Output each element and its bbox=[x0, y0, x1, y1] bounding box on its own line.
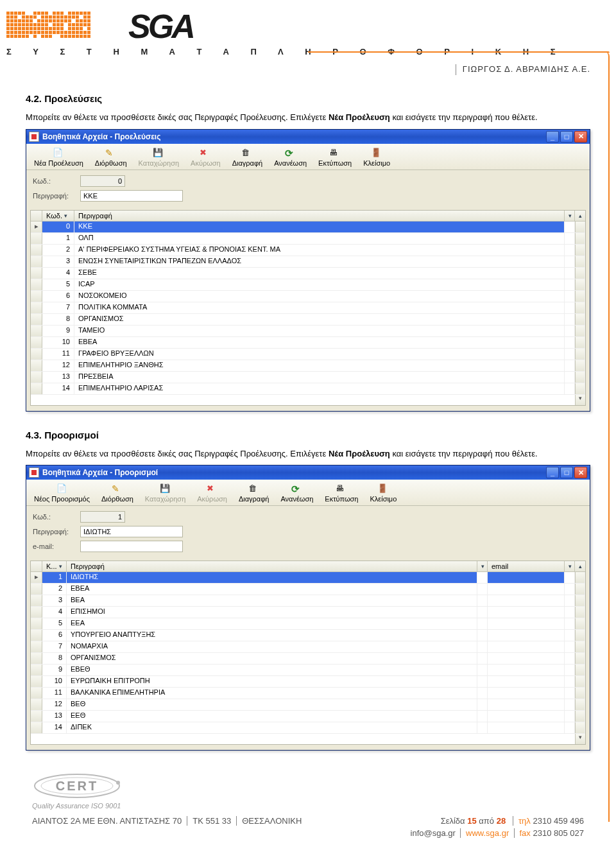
scrollbar-track[interactable] bbox=[575, 688, 585, 699]
scrollbar-track[interactable] bbox=[575, 268, 585, 279]
scrollbar-track[interactable] bbox=[575, 222, 585, 232]
table-row[interactable]: 5ΕΕΑ bbox=[31, 618, 585, 630]
scrollbar-track[interactable] bbox=[575, 722, 585, 733]
table-row[interactable]: 7ΠΟΛΙΤΙΚΑ ΚΟΜΜΑΤΑ bbox=[31, 302, 585, 314]
scrollbar-track[interactable] bbox=[575, 337, 585, 348]
scrollbar-track[interactable] bbox=[575, 383, 585, 394]
desc-input[interactable] bbox=[80, 526, 183, 537]
col-email-filter[interactable]: ▾ bbox=[565, 561, 575, 571]
cell-desc: ΒΕΘ bbox=[67, 699, 477, 710]
kod-input[interactable] bbox=[80, 511, 125, 523]
table-row[interactable]: 8ΟΡΓΑΝΙΣΜΟΣ bbox=[31, 314, 585, 326]
table-row[interactable]: 3ΕΝΩΣΗ ΣΥΝΕΤΑΙΡΙΣΤΙΚΩΝ ΤΡΑΠΕΖΩΝ ΕΛΛΑΔΟΣ bbox=[31, 256, 585, 268]
toolbar-ανανέωση[interactable]: Ανανέωση bbox=[277, 482, 317, 504]
data-grid[interactable]: Κ...▾ Περιγραφή ▾ email ▾ ▴ ▸1ΙΔΙΩΤΗΣ2ΕΒ… bbox=[30, 561, 586, 745]
minimize-button[interactable]: _ bbox=[546, 467, 559, 478]
table-row[interactable]: 9ΕΒΕΘ bbox=[31, 665, 585, 676]
scrollbar-track[interactable] bbox=[575, 699, 585, 710]
scrollbar-track[interactable] bbox=[575, 653, 585, 664]
table-row[interactable]: 10ΕΥΡΩΠΑΙΚΗ ΕΠΙΤΡΟΠΗ bbox=[31, 676, 585, 688]
col-kod[interactable]: Κ...▾ bbox=[42, 561, 67, 571]
table-row[interactable]: 12ΕΠΙΜΕΛΗΤΗΡΙΟ ΞΑΝΘΗΣ bbox=[31, 360, 585, 372]
scrollbar-track[interactable] bbox=[575, 665, 585, 675]
scrollbar-track[interactable] bbox=[575, 595, 585, 606]
toolbar-ανανέωση[interactable]: Ανανέωση bbox=[270, 146, 311, 168]
maximize-button[interactable]: □ bbox=[560, 131, 573, 143]
maximize-button[interactable]: □ bbox=[560, 467, 573, 478]
table-row[interactable]: 4ΕΠΙΣΗΜΟΙ bbox=[31, 607, 585, 618]
table-row[interactable]: 10ΕΒΕΑ bbox=[31, 337, 585, 349]
minimize-button[interactable]: _ bbox=[546, 131, 559, 143]
scroll-up[interactable]: ▴ bbox=[575, 561, 585, 571]
table-row[interactable]: 3ΒΕΑ bbox=[31, 595, 585, 607]
table-row[interactable]: 7ΝΟΜΑΡΧΙΑ bbox=[31, 641, 585, 653]
table-row[interactable]: ▸1ΙΔΙΩΤΗΣ bbox=[31, 572, 585, 584]
scrollbar-track[interactable] bbox=[575, 572, 585, 583]
data-grid[interactable]: Κωδ.▾ Περιγραφή ▾ ▴ ▸0ΚΚΕ1ΟΛΠ2Α' ΠΕΡΙΦΕΡ… bbox=[30, 210, 586, 406]
scrollbar-track[interactable] bbox=[575, 245, 585, 256]
titlebar[interactable]: Βοηθητικά Αρχεία - Προελεύσεις _ □ ✕ bbox=[26, 130, 590, 144]
toolbar-διόρθωση[interactable]: Διόρθωση bbox=[91, 146, 131, 168]
toolbar-εκτύπωση[interactable]: Εκτύπωση bbox=[314, 146, 355, 168]
close-button[interactable]: ✕ bbox=[574, 467, 587, 478]
scrollbar-track[interactable] bbox=[575, 584, 585, 595]
scrollbar-track[interactable] bbox=[575, 711, 585, 722]
col-desc[interactable]: Περιγραφή bbox=[74, 211, 565, 221]
scrollbar-track[interactable] bbox=[575, 349, 585, 360]
table-row[interactable]: 14ΔΙΠΕΚ bbox=[31, 722, 585, 734]
table-row[interactable]: 5ICAP bbox=[31, 279, 585, 291]
table-row[interactable]: 12ΒΕΘ bbox=[31, 699, 585, 711]
toolbar-νέος-προορισμός[interactable]: Νέος Προορισμός bbox=[30, 482, 94, 504]
scroll-down[interactable]: ▾ bbox=[575, 734, 585, 744]
titlebar[interactable]: Βοηθητικά Αρχεία - Προορισμοί _ □ ✕ bbox=[26, 465, 590, 480]
scrollbar-track[interactable] bbox=[575, 372, 585, 383]
table-row[interactable]: 6ΝΟΣΟΚΟΜΕΙΟ bbox=[31, 291, 585, 302]
footer-email: info@sga.gr bbox=[411, 828, 456, 838]
table-row[interactable]: 14ΕΠΙΜΕΛΗΤΗΡΙΟ ΛΑΡΙΣΑΣ bbox=[31, 383, 585, 395]
window-proeleuseis: Βοηθητικά Αρχεία - Προελεύσεις _ □ ✕ Νέα… bbox=[26, 129, 590, 412]
table-row[interactable]: 1ΟΛΠ bbox=[31, 233, 585, 245]
table-row[interactable]: 2Α' ΠΕΡΙΦΕΡΕΙΑΚΟ ΣΥΣΤΗΜΑ ΥΓΕΙΑΣ & ΠΡΟΝΟΙ… bbox=[31, 245, 585, 256]
toolbar-διαγραφή[interactable]: Διαγραφή bbox=[235, 482, 273, 504]
table-row[interactable]: 13ΠΡΕΣΒΕΙΑ bbox=[31, 372, 585, 383]
table-row[interactable]: 11ΒΑΛΚΑΝΙΚΑ ΕΠΙΜΕΛΗΤΗΡΙΑ bbox=[31, 688, 585, 699]
kod-input[interactable] bbox=[80, 175, 125, 187]
scrollbar-track[interactable] bbox=[575, 360, 585, 371]
col-desc[interactable]: Περιγραφή bbox=[67, 561, 477, 571]
scrollbar-track[interactable] bbox=[575, 326, 585, 336]
scrollbar-track[interactable] bbox=[575, 291, 585, 302]
toolbar-διόρθωση[interactable]: Διόρθωση bbox=[98, 482, 137, 504]
scrollbar-track[interactable] bbox=[575, 618, 585, 629]
toolbar-εκτύπωση[interactable]: Εκτύπωση bbox=[321, 482, 362, 504]
scroll-up[interactable]: ▴ bbox=[575, 211, 585, 221]
table-row[interactable]: ▸0ΚΚΕ bbox=[31, 222, 585, 233]
scrollbar-track[interactable] bbox=[575, 607, 585, 618]
toolbar-νέα-προέλευση[interactable]: Νέα Προέλευση bbox=[30, 146, 87, 168]
scrollbar-track[interactable] bbox=[575, 279, 585, 290]
table-row[interactable]: 11ΓΡΑΦΕΙΟ ΒΡΥΞΕΛΛΩΝ bbox=[31, 349, 585, 360]
col-email[interactable]: email bbox=[488, 561, 565, 571]
table-row[interactable]: 4ΣΕΒΕ bbox=[31, 268, 585, 279]
table-row[interactable]: 2ΕΒΕΑ bbox=[31, 584, 585, 595]
toolbar-διαγραφή[interactable]: Διαγραφή bbox=[228, 146, 267, 168]
scrollbar-track[interactable] bbox=[575, 314, 585, 325]
toolbar-κλείσιμο[interactable]: Κλείσιμο bbox=[359, 146, 394, 168]
col-desc-filter[interactable]: ▾ bbox=[477, 561, 488, 571]
scrollbar-track[interactable] bbox=[575, 676, 585, 687]
table-row[interactable]: 13ΕΕΘ bbox=[31, 711, 585, 722]
desc-input[interactable] bbox=[80, 190, 183, 202]
email-input[interactable] bbox=[80, 541, 183, 552]
scrollbar-track[interactable] bbox=[575, 233, 585, 244]
scrollbar-track[interactable] bbox=[575, 641, 585, 652]
scrollbar-track[interactable] bbox=[575, 630, 585, 641]
table-row[interactable]: 9ΤΑΜΕΙΟ bbox=[31, 326, 585, 337]
table-row[interactable]: 8ΟΡΓΑΝΙΣΜΟΣ bbox=[31, 653, 585, 665]
close-button[interactable]: ✕ bbox=[574, 131, 587, 143]
scrollbar-track[interactable] bbox=[575, 302, 585, 313]
toolbar-κλείσιμο[interactable]: Κλείσιμο bbox=[366, 482, 400, 504]
table-row[interactable]: 6ΥΠΟΥΡΓΕΙΟ ΑΝΑΠΤΥΞΗΣ bbox=[31, 630, 585, 641]
col-filter[interactable]: ▾ bbox=[565, 211, 575, 221]
scrollbar-track[interactable] bbox=[575, 256, 585, 267]
scroll-down[interactable]: ▾ bbox=[575, 395, 585, 405]
col-kod[interactable]: Κωδ.▾ bbox=[42, 211, 74, 221]
